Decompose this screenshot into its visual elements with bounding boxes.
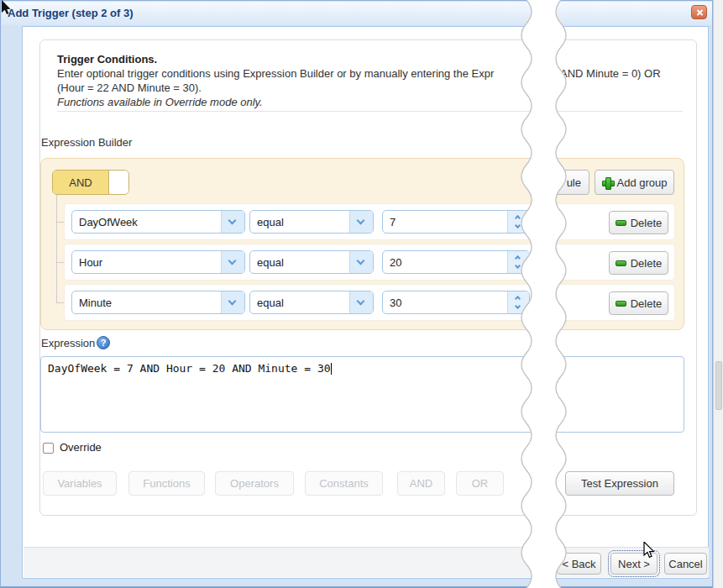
plus-icon — [602, 177, 613, 188]
expression-label: Expression — [41, 337, 95, 349]
field-select-value: Hour — [79, 256, 102, 269]
add-rule-label-fragment: ule — [567, 176, 581, 189]
back-label: < Back — [562, 558, 595, 570]
rule-row: Hour equal 20 Delete — [64, 244, 675, 281]
functions-label: Functions — [143, 477, 190, 490]
dialog-content: Trigger Conditions. Enter optional trigg… — [22, 26, 709, 579]
expression-textarea[interactable]: DayOfWeek = 7 AND Hour = 20 AND Minute =… — [40, 356, 684, 433]
dialog-title: Add Trigger (step 2 of 3) — [8, 7, 134, 19]
next-button[interactable]: Next > — [610, 553, 658, 575]
override-checkbox[interactable] — [43, 443, 54, 454]
minus-icon — [616, 301, 626, 307]
field-select[interactable]: Minute — [71, 291, 245, 314]
field-select-value: DayOfWeek — [79, 216, 138, 228]
test-expression-button[interactable]: Test Expression — [565, 471, 674, 496]
delete-rule-button[interactable]: Delete — [609, 211, 668, 234]
chevron-down-icon — [221, 211, 244, 233]
value-spinner[interactable]: 30 — [382, 291, 530, 314]
minus-icon — [616, 220, 626, 226]
or-label: OR — [472, 477, 489, 490]
and-label: AND — [410, 477, 432, 490]
operator-select[interactable]: equal — [249, 210, 374, 234]
back-button[interactable]: < Back — [557, 553, 601, 575]
operators-button[interactable]: Operators — [215, 471, 294, 496]
tree-connector-vertical — [56, 195, 57, 302]
operators-label: Operators — [230, 477, 279, 490]
operator-select-value: equal — [257, 256, 284, 269]
expression-builder-panel: AND DayOfWeek equal — [40, 158, 684, 330]
cancel-button[interactable]: Cancel — [664, 553, 707, 575]
group-operator-and[interactable]: AND — [53, 171, 108, 194]
spinner-arrows-icon[interactable] — [507, 291, 529, 313]
instructions-separator — [57, 111, 683, 112]
add-trigger-dialog: Add Trigger (step 2 of 3) Trigger Condit… — [0, 0, 713, 588]
value-spinner[interactable]: 20 — [382, 250, 530, 274]
add-rule-button-fragment[interactable]: ule — [537, 170, 589, 195]
cancel-label: Cancel — [668, 558, 702, 570]
rule-row: Minute equal 30 Dele — [64, 284, 675, 321]
field-select[interactable]: DayOfWeek — [71, 210, 245, 234]
rule-row: DayOfWeek equal 7 De — [64, 203, 675, 240]
variables-label: Variables — [57, 477, 102, 490]
close-button[interactable] — [691, 5, 707, 19]
field-select-value: Minute — [79, 297, 112, 309]
trigger-conditions-section: Trigger Conditions. Enter optional trigg… — [39, 39, 697, 516]
instructions-heading: Trigger Conditions. — [57, 53, 157, 66]
screenshot-stage: Add Trigger (step 2 of 3) Trigger Condit… — [0, 0, 723, 588]
instructions-line4: Functions available in Override mode onl… — [57, 96, 263, 108]
chevron-down-icon — [349, 211, 373, 233]
chevron-down-icon — [221, 291, 244, 313]
instructions-line2-right: AND Minute = 0) OR — [560, 67, 661, 80]
operator-select-value: equal — [257, 216, 284, 228]
instructions-line3: (Hour = 22 AND Minute = 30). — [57, 81, 202, 94]
expression-builder-label: Expression Builder — [41, 136, 132, 149]
group-operator-toggle[interactable]: AND — [52, 170, 129, 195]
or-button[interactable]: OR — [456, 471, 504, 496]
delete-rule-label: Delete — [631, 297, 663, 310]
operator-select[interactable]: equal — [249, 291, 374, 314]
operator-select-value: equal — [257, 297, 284, 309]
close-icon — [695, 8, 703, 16]
value-spinner[interactable]: 7 — [382, 210, 530, 234]
operator-select[interactable]: equal — [249, 250, 374, 274]
constants-label: Constants — [319, 477, 369, 490]
group-operator-or-slot[interactable] — [108, 171, 128, 194]
dialog-titlebar[interactable]: Add Trigger (step 2 of 3) — [2, 2, 712, 25]
override-label: Override — [60, 441, 102, 454]
variables-button[interactable]: Variables — [43, 471, 117, 496]
text-caret — [331, 363, 332, 375]
test-expression-label: Test Expression — [581, 477, 658, 490]
functions-button[interactable]: Functions — [128, 471, 205, 496]
field-select[interactable]: Hour — [71, 250, 245, 274]
next-label: Next > — [618, 558, 650, 570]
spinner-arrows-icon[interactable] — [507, 211, 529, 233]
minus-icon — [616, 260, 626, 266]
value-spinner-value: 30 — [390, 297, 401, 309]
and-button[interactable]: AND — [397, 471, 445, 496]
value-spinner-value: 7 — [390, 216, 396, 228]
spinner-arrows-icon[interactable] — [507, 251, 529, 273]
chevron-down-icon — [221, 251, 244, 273]
tree-connector-stub — [56, 222, 64, 223]
value-spinner-value: 20 — [390, 256, 401, 269]
page-scrollbar-thumb[interactable] — [715, 361, 722, 410]
delete-rule-label: Delete — [631, 257, 663, 270]
chevron-down-icon — [349, 291, 373, 313]
tree-connector-stub — [56, 262, 64, 263]
help-icon[interactable]: ? — [97, 336, 110, 349]
page-scrollbar[interactable] — [713, 0, 723, 588]
add-group-label: Add group — [617, 176, 668, 189]
tree-connector-stub — [56, 302, 64, 303]
chevron-down-icon — [349, 251, 373, 273]
dialog-footer: < Back Next > Cancel — [24, 547, 709, 577]
delete-rule-label: Delete — [631, 217, 663, 229]
constants-button[interactable]: Constants — [305, 471, 383, 496]
expression-text: DayOfWeek = 7 AND Hour = 20 AND Minute =… — [48, 362, 331, 375]
add-group-button[interactable]: Add group — [595, 170, 674, 195]
instructions-line2-left: Enter optional trigger conditions using … — [57, 67, 494, 80]
delete-rule-button[interactable]: Delete — [609, 251, 668, 275]
delete-rule-button[interactable]: Delete — [609, 291, 668, 315]
